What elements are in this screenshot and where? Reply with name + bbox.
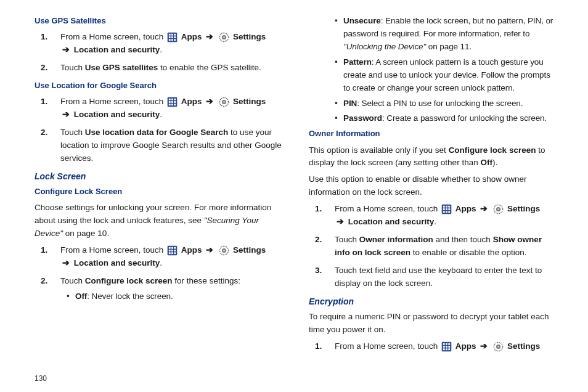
step-number: 2. [41, 126, 47, 139]
text: Touch [335, 235, 359, 244]
steps-lock: 1. From a Home screen, touch Apps ➔ Sett… [35, 244, 284, 303]
svg-rect-14 [169, 99, 171, 100]
svg-point-25 [223, 101, 225, 103]
text-bold: Configure lock screen [85, 276, 173, 285]
text: and then touch [433, 235, 493, 244]
right-column: Unsecure: Enable the lock screen, but no… [309, 12, 558, 370]
step-text: From a Home screen, touch [60, 97, 163, 106]
settings-label: Settings [233, 32, 266, 41]
svg-rect-22 [174, 104, 176, 105]
step-text: From a Home screen, touch [60, 32, 163, 41]
step-1: 1. From a Home screen, touch Apps ➔ Sett… [60, 31, 284, 57]
heading-lock-screen: Lock Screen [35, 170, 284, 184]
steps-gps: 1. From a Home screen, touch Apps ➔ Sett… [35, 31, 284, 75]
svg-rect-42 [448, 206, 450, 208]
step-1: 1. From a Home screen, touch Apps ➔ Sett… [60, 96, 284, 121]
text-bold: Owner information [359, 235, 433, 244]
svg-rect-45 [448, 208, 450, 210]
settings-icon [218, 32, 231, 43]
step-1: 1. From a Home screen, touch Apps ➔ Sett… [335, 340, 558, 353]
left-column: Use GPS Satellites 1. From a Home screen… [35, 12, 284, 370]
steps-owner: 1. From a Home screen, touch Apps ➔ Sett… [309, 203, 558, 290]
text: This option is available only if you set [309, 145, 449, 155]
bullet-pin: PIN: Select a PIN to use for unlocking t… [335, 97, 558, 110]
text-bold: Unsecure [343, 16, 381, 25]
svg-rect-17 [169, 101, 171, 103]
svg-point-51 [497, 208, 499, 210]
settings-label: Settings [233, 245, 266, 255]
bullet-password: Password: Create a password for unlockin… [335, 112, 558, 125]
svg-rect-8 [171, 39, 173, 41]
arrow-icon: ➔ [337, 217, 344, 226]
step-number: 1. [315, 340, 322, 353]
location-security-label: Location and security [74, 258, 160, 267]
step-1: 1. From a Home screen, touch Apps ➔ Sett… [60, 244, 284, 270]
manual-page: Use GPS Satellites 1. From a Home screen… [0, 0, 588, 392]
svg-rect-61 [448, 349, 450, 351]
svg-rect-56 [443, 346, 445, 348]
settings-icon [492, 341, 505, 352]
svg-rect-30 [169, 250, 171, 251]
step-text: From a Home screen, touch [335, 204, 438, 213]
heading-owner-info: Owner Information [309, 128, 558, 140]
paragraph: To require a numeric PIN or password to … [309, 311, 558, 337]
svg-rect-29 [174, 247, 176, 249]
apps-icon [166, 32, 179, 43]
step-number: 3. [315, 264, 322, 277]
svg-point-64 [497, 346, 499, 348]
text: on page 11. [426, 42, 472, 51]
step-number: 1. [315, 203, 322, 216]
svg-rect-20 [169, 104, 171, 105]
text: Touch text field and use the keyboard to… [335, 266, 542, 288]
text-bold: PIN [343, 99, 357, 108]
svg-point-12 [223, 36, 225, 38]
text: : A screen unlock pattern is a touch ges… [343, 57, 550, 92]
svg-rect-18 [171, 101, 173, 103]
svg-rect-33 [169, 253, 171, 255]
svg-rect-41 [446, 206, 447, 208]
svg-rect-3 [174, 34, 176, 36]
location-security-label: Location and security [74, 110, 160, 119]
apps-label: Apps [455, 204, 476, 213]
svg-rect-16 [174, 99, 176, 100]
step-number: 1. [41, 244, 47, 257]
svg-rect-46 [443, 211, 445, 213]
svg-rect-2 [171, 34, 173, 36]
svg-rect-6 [174, 36, 176, 38]
bullet-off: Off: Never lock the screen. [67, 290, 284, 303]
paragraph: Use this option to enable or disable whe… [309, 173, 558, 199]
svg-rect-58 [448, 346, 450, 348]
svg-rect-7 [169, 39, 171, 41]
step-3: 3. Touch text field and use the keyboard… [335, 264, 558, 290]
svg-rect-44 [446, 208, 447, 210]
settings-label: Settings [507, 204, 540, 213]
svg-rect-60 [446, 349, 447, 351]
arrow-icon: ➔ [480, 204, 488, 213]
step-1: 1. From a Home screen, touch Apps ➔ Sett… [335, 203, 558, 229]
step-2: 2. Touch Owner information and then touc… [335, 234, 558, 259]
text: to enable or disable the option. [410, 248, 526, 257]
svg-rect-35 [174, 253, 176, 255]
apps-icon [440, 204, 453, 214]
step-2: 2. Touch Configure lock screen for these… [60, 275, 284, 303]
settings-icon [492, 204, 505, 214]
heading-configure-lock: Configure Lock Screen [35, 186, 284, 198]
svg-rect-5 [171, 36, 173, 38]
step-number: 1. [41, 31, 47, 44]
svg-rect-27 [169, 247, 171, 249]
text: ). [492, 158, 497, 167]
step-number: 2. [41, 62, 47, 75]
svg-rect-15 [171, 99, 173, 100]
svg-rect-55 [448, 343, 450, 345]
svg-rect-32 [174, 250, 176, 251]
arrow-icon: ➔ [62, 110, 70, 119]
settings-icon [218, 245, 231, 256]
apps-icon [166, 97, 179, 107]
svg-rect-53 [443, 343, 445, 345]
xref: "Unlocking the Device" [343, 42, 426, 51]
page-number: 130 [35, 373, 558, 385]
bullet-pattern: Pattern: A screen unlock pattern is a to… [335, 56, 558, 95]
svg-rect-43 [443, 208, 445, 210]
text-bold: Use GPS satellites [85, 63, 158, 72]
step-2: 2. Touch Use location data for Google Se… [60, 126, 284, 165]
